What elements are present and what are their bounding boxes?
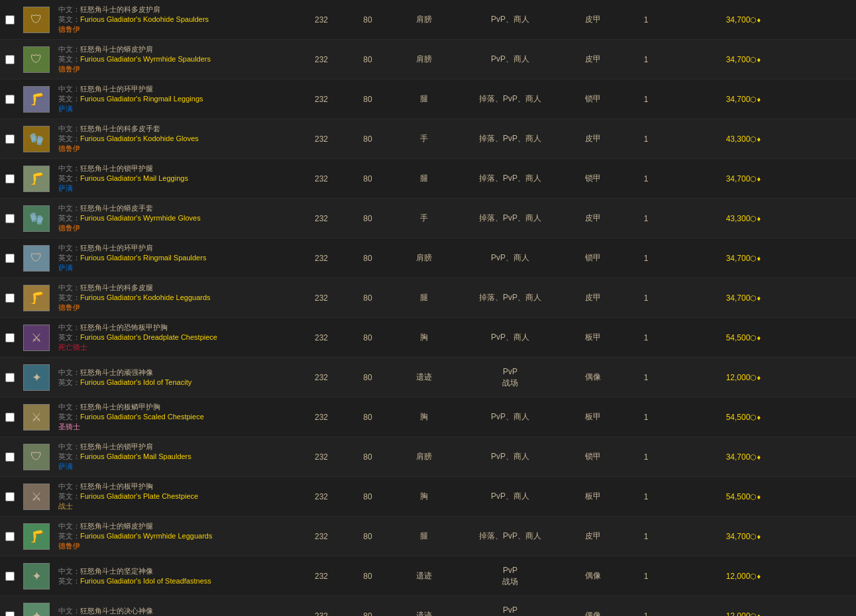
item-ilvl: 232: [298, 95, 345, 104]
item-level: 80: [345, 214, 391, 223]
row-checkbox[interactable]: [5, 55, 15, 64]
cn-label: 中文：: [58, 323, 80, 331]
row-checkbox[interactable]: [5, 174, 15, 183]
cn-label: 中文：: [58, 482, 80, 490]
en-text: Furious Gladiator's Kodohide Legguards: [80, 293, 211, 301]
row-checkbox[interactable]: [5, 532, 15, 541]
row-checkbox[interactable]: [5, 214, 15, 223]
item-cn-name: 中文：狂怒角斗士的环甲护腿: [58, 84, 293, 94]
item-slot: 肩膀: [391, 54, 457, 65]
cn-label: 中文：: [58, 607, 80, 615]
item-level: 80: [345, 373, 391, 382]
gold-icon: ⬡♦: [750, 493, 761, 501]
icon-symbol: 🦵: [29, 291, 44, 305]
item-slot: 肩膀: [391, 14, 457, 25]
item-ilvl: 232: [298, 293, 345, 303]
item-type: 锁甲: [563, 173, 623, 184]
gold-icon: ⬡♦: [750, 572, 761, 580]
row-checkbox[interactable]: [5, 572, 15, 581]
row-checkbox[interactable]: [5, 293, 15, 303]
item-slot: 腿: [391, 531, 457, 542]
en-label: 英文：: [58, 333, 80, 341]
cn-label: 中文：: [58, 442, 80, 450]
table-row: 🦵 中文：狂怒角斗士的科多皮腿 英文：Furious Gladiator's K…: [0, 278, 856, 318]
en-label: 英文：: [58, 174, 80, 182]
item-en-name: 英文：Furious Gladiator's Mail Spaulders: [58, 452, 293, 462]
item-ilvl: 232: [298, 611, 345, 617]
item-icon-col: 🦵: [20, 285, 53, 311]
item-name-col: 中文：狂怒角斗士的科多皮护肩 英文：Furious Gladiator's Ko…: [53, 3, 298, 36]
row-checkbox-col: [0, 174, 20, 183]
item-slot: 手: [391, 213, 457, 224]
item-icon-col: ✦: [20, 563, 53, 590]
table-row: 🦵 中文：狂怒角斗士的蟒皮护腿 英文：Furious Gladiator's W…: [0, 517, 856, 556]
item-level: 80: [345, 572, 391, 581]
row-checkbox[interactable]: [5, 492, 15, 501]
gold-icon: ⬡♦: [750, 294, 761, 302]
item-count: 1: [623, 452, 669, 462]
source-text: 掉落、PvP、商人: [479, 94, 541, 103]
row-checkbox[interactable]: [5, 134, 15, 144]
row-checkbox[interactable]: [5, 413, 15, 422]
item-icon-col: 🧤: [20, 126, 53, 152]
item-name-col: 中文：狂怒角斗士的决心神像 英文：Furious Gladiator's Ido…: [53, 605, 298, 617]
item-ilvl: 232: [298, 333, 345, 342]
icon-symbol: 🛡: [30, 251, 42, 265]
item-name-col: 中文：狂怒角斗士的蟒皮护腿 英文：Furious Gladiator's Wyr…: [53, 520, 298, 552]
row-checkbox[interactable]: [5, 373, 15, 382]
item-icon: 🦵: [23, 523, 50, 550]
item-icon-col: 🦵: [20, 86, 53, 113]
item-slot: 肩膀: [391, 451, 457, 462]
item-icon-col: 🛡: [20, 444, 53, 470]
en-label: 英文：: [58, 293, 80, 301]
source-text: 掉落、PvP、商人: [479, 531, 541, 540]
item-level: 80: [345, 55, 391, 64]
en-label: 英文：: [58, 55, 80, 63]
row-checkbox[interactable]: [5, 333, 15, 342]
table-row: 🛡 中文：狂怒角斗士的蟒皮护肩 英文：Furious Gladiator's W…: [0, 40, 856, 79]
class-label: 死亡骑士: [58, 342, 293, 352]
item-icon-col: ⚔: [20, 325, 53, 351]
row-checkbox-col: [0, 532, 20, 541]
row-checkbox[interactable]: [5, 452, 15, 462]
item-source: 掉落、PvP、商人: [457, 213, 563, 224]
row-checkbox-col: [0, 15, 20, 25]
table-row: ✦ 中文：狂怒角斗士的坚定神像 英文：Furious Gladiator's I…: [0, 556, 856, 596]
icon-symbol: 🛡: [30, 13, 42, 26]
item-type: 偶像: [563, 570, 623, 582]
cn-text: 狂怒角斗士的板鳞甲护胸: [80, 403, 160, 411]
row-checkbox[interactable]: [5, 95, 15, 104]
row-checkbox[interactable]: [5, 254, 15, 263]
class-label: 战士: [58, 501, 293, 511]
source-text: 掉落、PvP、商人: [479, 174, 541, 183]
item-price: 43,300⬡♦: [669, 214, 769, 223]
item-en-name: 英文：Furious Gladiator's Plate Chestpiece: [58, 491, 293, 501]
item-cn-name: 中文：狂怒角斗士的顽强神像: [58, 368, 293, 378]
item-type: 锁甲: [563, 252, 623, 264]
icon-symbol: 🦵: [29, 172, 44, 186]
item-cn-name: 中文：狂怒角斗士的决心神像: [58, 606, 293, 616]
item-type: 皮甲: [563, 213, 623, 224]
item-count: 1: [623, 333, 669, 342]
item-slot: 腿: [391, 93, 457, 105]
cn-label: 中文：: [58, 244, 80, 252]
item-cn-name: 中文：狂怒角斗士的环甲护肩: [58, 243, 293, 253]
cn-text: 狂怒角斗士的决心神像: [80, 607, 153, 615]
row-checkbox[interactable]: [5, 15, 15, 25]
item-type: 偶像: [563, 610, 623, 616]
item-count: 1: [623, 15, 669, 25]
icon-symbol: 🧤: [29, 132, 44, 146]
item-slot: 遗迹: [391, 372, 457, 383]
item-icon-col: ⚔: [20, 404, 53, 431]
item-count: 1: [623, 134, 669, 144]
row-checkbox[interactable]: [5, 611, 15, 617]
item-ilvl: 232: [298, 413, 345, 422]
table-row: ✦ 中文：狂怒角斗士的顽强神像 英文：Furious Gladiator's I…: [0, 358, 856, 397]
en-text: Furious Gladiator's Ringmail Leggings: [80, 95, 203, 103]
item-ilvl: 232: [298, 134, 345, 144]
item-cn-name: 中文：狂怒角斗士的锁甲护腿: [58, 164, 293, 174]
item-count: 1: [623, 532, 669, 541]
item-level: 80: [345, 532, 391, 541]
item-count: 1: [623, 254, 669, 263]
price-value: 34,700: [726, 532, 751, 541]
